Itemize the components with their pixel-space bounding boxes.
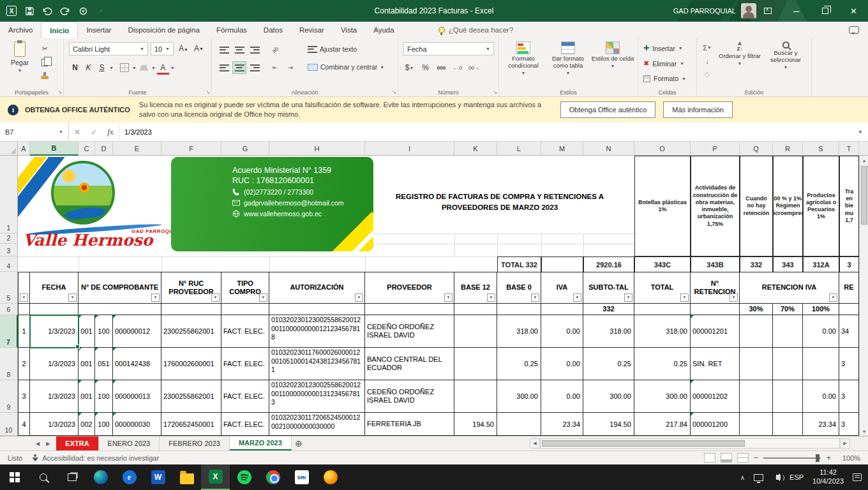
format-cells-button[interactable]: Formato ▼ [643,75,686,82]
underline-button[interactable]: S [96,61,108,74]
cell-code[interactable]: 3 [839,256,859,272]
horizontal-scroll-thumb[interactable] [542,440,745,447]
horizontal-scroll-track[interactable] [540,438,840,449]
cell[interactable]: FACT. ELEC. [221,348,269,380]
cell-selected[interactable]: 1/3/2023 [30,315,79,348]
row-header-9[interactable]: 9 [0,380,18,413]
cell-code[interactable]: 332 [740,256,773,272]
tax-header-cell[interactable]: Botellas plásticas 1% [634,156,691,256]
delete-cells-button[interactable]: ✖ Eliminar ▼ [643,59,684,68]
tab-formulas[interactable]: Fórmulas [208,22,255,38]
horizontal-scrollbar[interactable]: ◀ ▶ [530,438,850,449]
cell[interactable] [541,304,583,315]
cell[interactable] [269,304,365,315]
cell[interactable]: CEDEÑO ORDOÑEZ ISRAEL DAVID [365,315,454,348]
cell[interactable]: 1/3/2023 [30,413,79,436]
cell[interactable] [161,304,221,315]
column-header-s[interactable]: S [803,142,839,156]
cell[interactable]: 3 [839,348,859,380]
cell-sub-332[interactable]: 332 [583,304,634,315]
row-header-5[interactable]: 5 [0,272,18,304]
align-center-icon[interactable] [232,61,246,74]
cell[interactable]: 100 [95,380,113,413]
column-header-b[interactable]: B [30,142,79,156]
tab-insertar[interactable]: Insertar [78,22,119,38]
tab-datos[interactable]: Datos [255,22,291,38]
cell[interactable]: 000000030 [113,413,161,436]
filter-icon[interactable] [20,293,28,302]
bold-button[interactable]: N [69,61,81,74]
filter-icon[interactable] [829,293,837,302]
tab-revisar[interactable]: Revisar [291,22,333,38]
fill-color-button[interactable] [138,61,150,74]
table-header-proveedor[interactable]: PROVEEDOR [365,272,454,304]
cell-code[interactable]: 343 [773,256,803,272]
increase-indent-icon[interactable]: ⇥ [283,61,297,74]
cell[interactable]: 4 [18,413,30,436]
tab-vista[interactable]: Vista [333,22,365,38]
vertical-scroll-thumb[interactable] [861,166,867,225]
minimize-button[interactable]: ─ [782,0,811,22]
column-header-i[interactable]: I [365,142,454,156]
cell[interactable]: 0.00 [541,315,583,348]
row-header-10[interactable]: 10 [0,413,18,436]
column-header-q[interactable]: Q [740,142,773,156]
cell[interactable]: 0.00 [541,380,583,413]
percent-style-icon[interactable]: % [419,61,431,74]
align-left-icon[interactable] [217,61,231,74]
italic-button[interactable]: K [82,61,94,74]
cell[interactable]: 194.50 [583,413,634,436]
tell-me-search[interactable]: ¿Qué desea hacer? [438,22,514,38]
table-header-autorizacion[interactable]: AUTORIZACIÓN [269,272,365,304]
column-header-p[interactable]: P [691,142,740,156]
dialog-launcher-icon[interactable]: ↘ [493,89,497,95]
column-header-f[interactable]: F [161,142,221,156]
cell[interactable]: 0.25 [634,348,691,380]
insert-cells-button[interactable]: ✚ Insertar ▼ [643,44,683,52]
firefox-button[interactable] [316,464,345,490]
cell[interactable]: BANCO CENTRAL DEL ECUADOR [365,348,454,380]
sheet-tab-marzo[interactable]: MARZO 2023 [230,436,292,450]
font-size-select[interactable]: 10▼ [151,42,174,56]
filter-icon[interactable] [355,293,363,302]
scroll-down-icon[interactable]: ▼ [860,427,868,436]
find-select-button[interactable]: Buscar y seleccionar ▼ [765,41,807,87]
copy-icon[interactable] [38,56,51,68]
cell[interactable]: 1720652450001 [161,413,221,436]
increase-font-icon[interactable]: A▲ [177,42,190,55]
decrease-indent-icon[interactable]: ⇤ [268,61,282,74]
cell[interactable]: 0103202301230025586200120011000000000121… [269,315,365,348]
dialog-launcher-icon[interactable]: ↘ [206,89,210,95]
save-icon[interactable] [22,3,37,19]
cell[interactable]: 318.00 [634,315,691,348]
column-header-m[interactable]: M [541,142,583,156]
filter-icon[interactable] [151,293,160,302]
cut-icon[interactable]: ✂ [38,43,51,55]
cell[interactable]: 23.34 [541,413,583,436]
cell[interactable] [79,304,161,315]
cell[interactable]: 217.84 [634,413,691,436]
close-button[interactable]: ✕ [839,0,868,22]
cell[interactable]: CEDEÑO ORDOÑEZ ISRAEL DAVID [365,380,454,413]
cell[interactable] [839,304,859,315]
table-header-fecha[interactable]: FECHA [30,272,79,304]
cell[interactable]: 3 [839,413,859,436]
cell[interactable]: 0103202301172065245000120021000000003000… [269,413,365,436]
browser-button[interactable]: e [115,464,144,490]
undo-icon[interactable] [40,3,55,19]
tab-disposicion[interactable]: Disposición de página [119,22,208,38]
table-header-cell[interactable] [18,272,30,304]
cell[interactable]: 300.00 [497,380,541,413]
cell[interactable]: 300.00 [583,380,634,413]
cell[interactable]: 0103202301230025586200120011000000000131… [269,380,365,413]
chevron-down-icon[interactable]: ▼ [151,66,156,70]
table-header-nretencion[interactable]: N° RETENCION [691,272,740,304]
expand-formula-bar-icon[interactable]: ▼ [853,122,868,141]
autosum-icon[interactable]: Σ▼ [701,41,714,54]
cell[interactable] [454,380,497,413]
row-header-4[interactable]: 4 [0,256,18,272]
sri-button[interactable]: SRi [287,464,316,490]
spotify-button[interactable] [230,464,258,490]
chevron-down-icon[interactable]: ▼ [170,66,175,70]
new-sheet-button[interactable]: ⊕ [292,436,306,450]
